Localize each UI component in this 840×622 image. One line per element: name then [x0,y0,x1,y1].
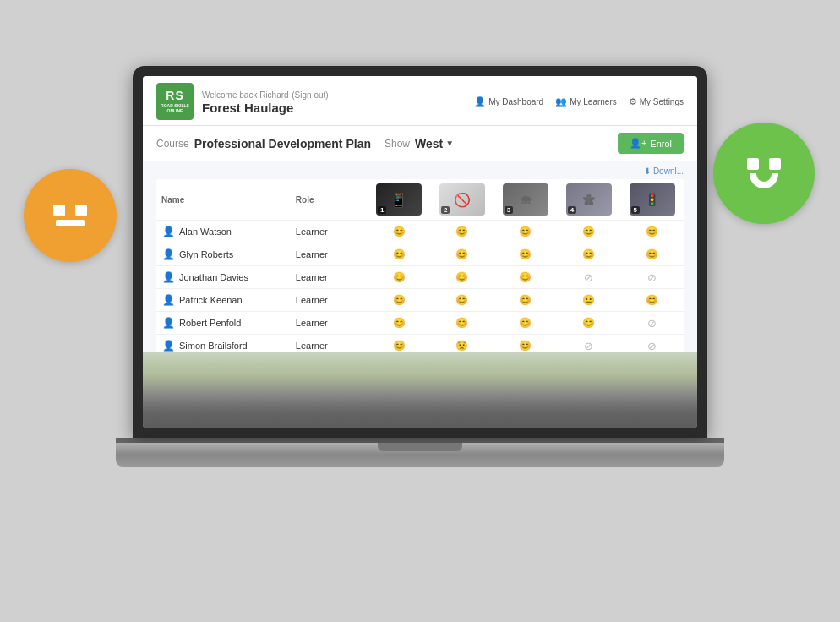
course-info: Course Professional Development Plan Sho… [156,137,454,150]
cell-score-4: ⊘ [557,266,620,289]
score-green: 😊 [392,293,406,307]
cell-score-5: ⊘ [620,266,684,289]
header-text: Welcome back Richard (Sign out) Forest H… [202,88,329,115]
col-header-role: Role [291,179,368,221]
score-green: 😊 [455,225,469,238]
col-header-4: 🛣 4 [557,179,620,221]
score-orange: 😐 [582,293,596,307]
app-header: RS ROAD SKILLSONLINE Welcome back Richar… [143,76,697,126]
welcome-message: Welcome back Richard (Sign out) [202,88,329,101]
cell-name: 👤 Simon Brailsford [156,335,291,352]
cell-score-1: 😊 [368,289,431,312]
table-row: 👤 Alan Watson Learner 😊😊😊😊😊 [156,221,684,243]
nav-settings[interactable]: ⚙ My Settings [629,96,684,107]
cell-name: 👤 Jonathan Davies [156,266,291,289]
score-green: 😊 [582,248,596,261]
emoji-eye-left-happy [747,158,759,170]
score-blue: 😊 [519,270,532,284]
score-green: 😊 [455,270,469,284]
emoji-mouth-neutral [56,220,85,226]
score-none: ⊘ [647,340,657,352]
cell-score-1: 😊 [368,312,431,335]
nav-dashboard[interactable]: 👤 My Dashboard [474,96,543,107]
cell-score-4: 😊 [557,312,620,335]
dashboard-icon: 👤 [474,96,486,107]
emoji-eye-right [75,205,87,216]
learners-table: Name Role 📱 1 � [156,179,684,352]
col-header-name: Name [156,179,291,221]
cell-score-2: 😊 [430,221,494,243]
score-green: 😊 [582,316,596,330]
score-blue: 😊 [646,293,659,307]
show-value-dropdown[interactable]: West ▼ [415,137,454,150]
col-header-2: 🚫 2 [430,179,494,221]
cell-score-1: 😊 [368,243,431,266]
laptop-base [116,443,724,466]
cell-score-2: 😊 [430,243,494,266]
screen-content: RS ROAD SKILLSONLINE Welcome back Richar… [143,76,697,428]
company-name: Forest Haulage [202,101,329,115]
col-header-1: 📱 1 [368,179,431,221]
road-background [143,352,697,428]
cell-score-5: ⊘ [620,335,684,352]
logo-rs: RS [166,90,183,102]
cell-score-3: 😊 [494,221,557,243]
download-link[interactable]: ⬇ Downl... [644,166,684,176]
score-green: 😊 [392,316,406,330]
score-green: 😊 [519,225,532,238]
emoji-mouth-smile [750,173,778,188]
nav-learners[interactable]: 👥 My Learners [555,96,617,107]
table-row: 👤 Simon Brailsford Learner 😊😟😊⊘⊘ [156,335,684,352]
cell-score-5: 😊 [620,289,684,312]
cell-score-3: 😊 [494,335,557,352]
enroll-button[interactable]: 👤+ Enrol [618,133,684,154]
cell-role: Learner [291,243,368,266]
score-green: 😊 [455,248,469,261]
cell-score-4: 😊 [557,221,620,243]
course-label: Course [156,138,189,150]
cell-score-4: 😊 [557,243,620,266]
cell-role: Learner [291,312,368,335]
emoji-eye-right-happy [769,158,781,170]
cell-name: 👤 Robert Penfold [156,312,291,335]
score-green: 😊 [392,339,406,352]
laptop-screen-shell: RS ROAD SKILLSONLINE Welcome back Richar… [133,66,707,438]
cell-score-3: 😊 [494,266,557,289]
header-left: RS ROAD SKILLSONLINE Welcome back Richar… [156,83,329,120]
download-icon: ⬇ [644,166,651,176]
cell-score-4: 😐 [557,289,620,312]
cell-role: Learner [291,335,368,352]
settings-icon: ⚙ [629,96,637,107]
score-green: 😊 [646,248,659,261]
score-none: ⊘ [584,271,593,284]
learner-avatar: 👤 [161,293,175,307]
toolbar: Course Professional Development Plan Sho… [143,126,697,161]
cell-score-2: 😊 [430,312,494,335]
col-header-5: 🚦 5 [620,179,684,221]
download-row: ⬇ Downl... [156,166,684,176]
score-none: ⊘ [647,317,657,330]
emoji-green [713,123,815,224]
score-none: ⊘ [647,271,657,284]
logo-sub: ROAD SKILLSONLINE [161,103,189,113]
cell-role: Learner [291,221,368,243]
emoji-face-happy [747,158,781,188]
cell-role: Learner [291,266,368,289]
cell-score-5: ⊘ [620,312,684,335]
laptop-screen: RS ROAD SKILLSONLINE Welcome back Richar… [143,76,697,428]
table-row: 👤 Jonathan Davies Learner 😊😊😊⊘⊘ [156,266,684,289]
emoji-face-neutral [53,205,87,226]
learner-avatar: 👤 [161,248,175,261]
table-header-row: Name Role 📱 1 � [156,179,684,221]
emoji-eye-left [53,205,65,216]
cell-score-3: 😊 [494,243,557,266]
score-none: ⊘ [584,340,593,352]
cell-score-2: 😟 [430,335,494,352]
cell-role: Learner [291,289,368,312]
chevron-down-icon: ▼ [445,139,454,148]
col-header-3: 🌧 3 [494,179,557,221]
show-label: Show [385,138,410,150]
score-red: 😟 [455,339,469,352]
score-green: 😊 [519,293,532,307]
course-name: Professional Development Plan [194,137,371,150]
